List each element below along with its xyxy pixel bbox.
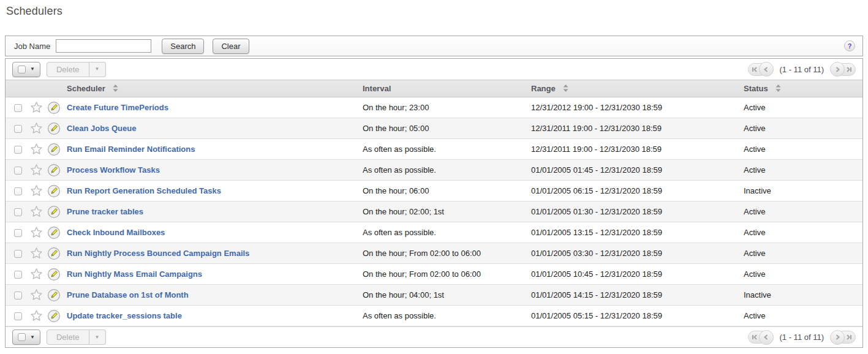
interval-cell: On the hour; 05:00: [358, 118, 526, 139]
delete-button[interactable]: Delete: [47, 330, 89, 345]
row-checkbox-cell: [6, 222, 30, 243]
column-header-label: Status: [744, 84, 768, 93]
column-header-range[interactable]: Range: [526, 80, 739, 97]
row-checkbox[interactable]: [14, 271, 22, 279]
row-edit-cell: [47, 97, 64, 118]
range-cell: 01/01/2005 03:30 - 12/31/2020 18:59: [526, 243, 739, 264]
delete-button[interactable]: Delete: [47, 62, 89, 77]
select-all-checkbox-icon: [18, 333, 26, 341]
favorite-star-icon[interactable]: [30, 288, 43, 301]
scheduler-link[interactable]: Run Email Reminder Notifications: [67, 145, 195, 154]
table-row: Check Inbound Mailboxes As often as poss…: [6, 222, 862, 243]
favorite-star-icon[interactable]: [30, 247, 43, 260]
chevron-left-icon: [763, 334, 769, 340]
column-header-status[interactable]: Status: [739, 80, 862, 97]
edit-pencil-icon[interactable]: [47, 143, 61, 156]
favorite-star-icon[interactable]: [30, 205, 43, 218]
row-edit-cell: [47, 160, 64, 181]
edit-pencil-icon[interactable]: [47, 226, 61, 239]
edit-pencil-icon[interactable]: [47, 164, 61, 177]
table-row: Run Nightly Mass Email Campaigns On the …: [6, 264, 862, 285]
scheduler-link[interactable]: Clean Jobs Queue: [67, 124, 136, 133]
previous-page-button[interactable]: [759, 62, 774, 77]
delete-dropdown-button[interactable]: ▼: [89, 330, 106, 345]
scheduler-link[interactable]: Run Nightly Process Bounced Campaign Ema…: [67, 249, 249, 258]
previous-page-button[interactable]: [759, 330, 774, 345]
favorite-star-icon[interactable]: [30, 122, 43, 135]
scheduler-name-cell: Run Report Generation Scheduled Tasks: [64, 181, 358, 201]
edit-pencil-icon[interactable]: [47, 288, 61, 302]
favorite-star-icon[interactable]: [30, 184, 43, 197]
edit-pencil-icon[interactable]: [47, 268, 61, 281]
scheduler-name-cell: Create Future TimePeriods: [64, 97, 358, 118]
row-checkbox[interactable]: [14, 146, 22, 154]
interval-cell: On the hour; 04:00; 1st: [358, 285, 526, 306]
status-cell: Active: [739, 139, 862, 160]
row-checkbox[interactable]: [14, 208, 22, 216]
row-checkbox[interactable]: [14, 229, 22, 237]
scheduler-link[interactable]: Update tracker_sessions table: [67, 311, 182, 320]
favorite-star-icon[interactable]: [30, 309, 43, 322]
job-name-input[interactable]: [56, 39, 151, 53]
scheduler-link[interactable]: Prune Database on 1st of Month: [67, 290, 189, 299]
next-page-button[interactable]: [830, 330, 845, 345]
scheduler-list-view: ▼ Delete ▼ (1 - 11 of 11): [5, 58, 863, 348]
next-page-button[interactable]: [830, 62, 845, 77]
skip-to-last-icon: [846, 67, 852, 72]
status-cell: Active: [739, 222, 862, 243]
column-header-scheduler[interactable]: Scheduler: [64, 80, 358, 97]
clear-button[interactable]: Clear: [213, 39, 249, 54]
scheduler-link[interactable]: Process Workflow Tasks: [67, 165, 160, 175]
scheduler-name-cell: Process Workflow Tasks: [64, 160, 358, 181]
edit-pencil-icon[interactable]: [47, 184, 61, 198]
favorite-star-icon[interactable]: [30, 226, 43, 239]
select-all-dropdown[interactable]: ▼: [12, 330, 40, 345]
row-star-cell: [30, 243, 47, 264]
delete-dropdown-button[interactable]: ▼: [89, 62, 106, 77]
row-checkbox[interactable]: [14, 187, 22, 195]
row-checkbox-cell: [6, 139, 30, 160]
row-checkbox-cell: [6, 118, 30, 139]
favorite-star-icon[interactable]: [30, 143, 43, 156]
header-checkbox-spacer: [6, 80, 30, 97]
row-checkbox[interactable]: [14, 312, 22, 320]
row-checkbox[interactable]: [14, 104, 22, 112]
page-title: Schedulers: [6, 5, 868, 18]
delete-action-group: Delete ▼: [47, 62, 106, 77]
list-toolbar-bottom: ▼ Delete ▼ (1 - 11 of 11): [6, 326, 862, 347]
scheduler-link[interactable]: Run Report Generation Scheduled Tasks: [67, 186, 221, 195]
edit-pencil-icon[interactable]: [47, 247, 61, 260]
row-checkbox[interactable]: [14, 167, 22, 175]
edit-pencil-icon[interactable]: [47, 309, 61, 323]
edit-pencil-icon[interactable]: [47, 122, 61, 135]
header-edit-spacer: [47, 80, 64, 97]
row-star-cell: [30, 264, 47, 285]
chevron-right-icon: [835, 67, 840, 72]
interval-cell: As often as possible.: [358, 306, 526, 326]
select-all-dropdown[interactable]: ▼: [12, 62, 40, 77]
row-checkbox[interactable]: [14, 125, 22, 133]
favorite-star-icon[interactable]: [30, 101, 43, 114]
help-icon[interactable]: ?: [844, 40, 855, 51]
scheduler-name-cell: Prune Database on 1st of Month: [64, 285, 358, 306]
row-star-cell: [30, 222, 47, 243]
row-checkbox[interactable]: [14, 292, 22, 299]
scheduler-link[interactable]: Check Inbound Mailboxes: [67, 228, 165, 237]
skip-to-last-icon: [846, 334, 852, 340]
status-cell: Active: [739, 243, 862, 264]
search-panel: Job Name Search Clear ?: [5, 36, 863, 56]
row-edit-cell: [47, 264, 64, 285]
search-button[interactable]: Search: [162, 39, 204, 54]
scheduler-name-cell: Run Email Reminder Notifications: [64, 139, 358, 160]
scheduler-link[interactable]: Run Nightly Mass Email Campaigns: [67, 269, 202, 279]
range-cell: 01/01/2005 05:15 - 12/31/2020 18:59: [526, 306, 739, 326]
row-checkbox[interactable]: [14, 250, 22, 258]
favorite-star-icon[interactable]: [30, 164, 43, 176]
edit-pencil-icon[interactable]: [47, 205, 61, 219]
scheduler-link[interactable]: Prune tracker tables: [67, 207, 143, 216]
list-toolbar-top: ▼ Delete ▼ (1 - 11 of 11): [6, 59, 862, 80]
edit-pencil-icon[interactable]: [47, 101, 61, 115]
favorite-star-icon[interactable]: [30, 268, 43, 281]
row-star-cell: [30, 285, 47, 306]
scheduler-link[interactable]: Create Future TimePeriods: [67, 103, 168, 112]
